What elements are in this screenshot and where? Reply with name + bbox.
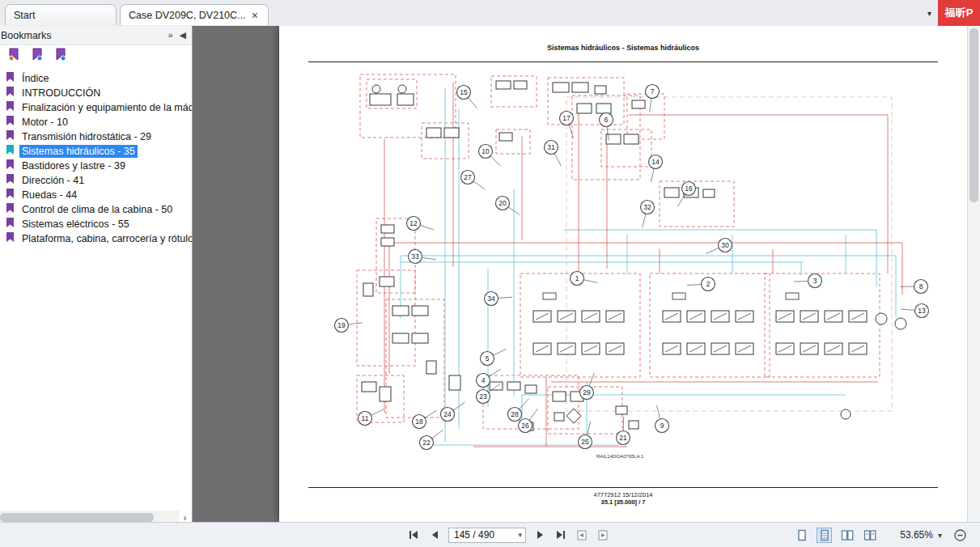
bookmark-settings-icon[interactable]: [54, 48, 67, 65]
continuous-view-icon[interactable]: [817, 528, 832, 543]
schematic-callout-number: 28: [511, 410, 519, 418]
expand-bookmarks-icon[interactable]: [31, 48, 44, 65]
schematic-callout-number: 33: [411, 252, 419, 261]
section-page-number: 35.1 [35.000] / 7: [279, 498, 967, 506]
schematic-callout-number: 15: [460, 88, 468, 96]
footer-rule: [308, 487, 938, 488]
figure-reference: RAIL14DOA0765LA 1: [596, 454, 643, 459]
facing-view-icon[interactable]: [839, 528, 855, 543]
pdf-page: Sistemas hidráulicos - Sistemas hidráuli…: [279, 26, 967, 523]
vertical-scrollbar[interactable]: [967, 26, 980, 523]
bookmark-flag-icon: [6, 218, 15, 231]
bookmark-item[interactable]: Ruedas - 44: [0, 188, 192, 202]
bookmark-flag-icon: [6, 174, 15, 187]
foxit-brand-text: 福昕P: [945, 6, 974, 20]
bookmark-label: Dirección - 41: [19, 174, 87, 187]
bookmark-item[interactable]: Sistemas eléctricos - 55: [0, 217, 192, 231]
bookmarks-toolbar: [0, 45, 192, 67]
schematic-callout-number: 8: [919, 282, 923, 290]
previous-view-button[interactable]: [575, 527, 589, 543]
bookmark-item[interactable]: Dirección - 41: [0, 173, 192, 188]
bookmark-label: Control de clima de la cabina - 50: [19, 203, 175, 216]
tab-document-label: Case DV209C, DV210C...: [129, 10, 246, 21]
tab-start-label: Start: [14, 10, 35, 21]
schematic-callout-number: 34: [487, 295, 495, 303]
scrollbar-thumb[interactable]: [0, 513, 154, 522]
tab-start[interactable]: Start: [5, 4, 117, 25]
bookmarks-panel-title: Bookmarks: [0, 30, 52, 41]
bookmark-item[interactable]: Motor - 10: [0, 115, 192, 129]
close-tab-icon[interactable]: ×: [250, 10, 260, 21]
bookmark-flag-icon: [6, 232, 15, 245]
schematic-callout-number: 21: [619, 434, 627, 442]
schematic-callout-number: 10: [482, 147, 490, 155]
first-page-button[interactable]: [406, 527, 421, 543]
schematic-callout-number: 25: [581, 438, 589, 446]
bookmark-label: Sistemas eléctricos - 55: [19, 218, 132, 231]
document-number: 47772912 15/12/2014: [279, 491, 967, 498]
schematic-callout-number: 19: [337, 321, 346, 329]
next-page-button[interactable]: [532, 527, 547, 543]
zoom-level[interactable]: 53.65%: [900, 529, 933, 541]
bookmarks-list: ÍndiceINTRODUCCIÓNFinalización y equipam…: [0, 71, 192, 246]
bookmark-item[interactable]: Sistemas hidráulicos - 35: [0, 144, 192, 159]
bookmark-label: Ruedas - 44: [19, 189, 79, 201]
schematic-callout-number: 24: [443, 410, 452, 418]
schematic-callout-number: 26: [521, 422, 529, 430]
bookmark-flag-icon: [6, 145, 15, 158]
bookmark-label: INTRODUCCIÓN: [19, 87, 103, 100]
tab-bar: Start Case DV209C, DV210C... × ▾ 福昕P: [0, 0, 980, 27]
page-layout-modes: [794, 528, 877, 543]
schematic-callout-number: 1: [575, 274, 579, 282]
zoom-out-icon[interactable]: [953, 528, 967, 542]
bookmark-label: Plataforma, cabina, carrocería y rótulos: [19, 232, 192, 245]
collapse-panel-icon[interactable]: ◀: [180, 30, 186, 40]
bookmark-item[interactable]: INTRODUCCIÓN: [0, 86, 192, 100]
next-view-button[interactable]: [596, 527, 610, 543]
bookmark-item[interactable]: Plataforma, cabina, carrocería y rótulos: [0, 231, 192, 246]
bookmark-item[interactable]: Índice: [0, 71, 192, 86]
schematic-callout-number: 3: [813, 277, 817, 285]
page-navigation: ▾: [406, 523, 610, 547]
page-number-input-box: ▾: [448, 528, 526, 543]
tab-list-dropdown-icon[interactable]: ▾: [927, 9, 931, 18]
bookmark-item[interactable]: Transmisión hidrostática - 29: [0, 129, 192, 144]
schematic-callout-number: 17: [562, 114, 571, 122]
expand-panel-icon[interactable]: »: [168, 30, 172, 40]
schematic-callout-number: 30: [721, 241, 729, 249]
previous-page-button[interactable]: [427, 527, 442, 543]
view-controls: 53.65% ▾: [794, 523, 967, 547]
foxit-reader-window: Start Case DV209C, DV210C... × ▾ 福昕P Boo…: [0, 0, 980, 547]
bookmark-label: Motor - 10: [19, 116, 70, 129]
bookmark-label: Finalización y equipamiento de la máqu: [19, 101, 192, 114]
tab-document[interactable]: Case DV209C, DV210C... ×: [120, 4, 269, 25]
schematic-callout-number: 7: [651, 87, 655, 95]
bookmark-label: Bastidores y lastre - 39: [19, 159, 128, 172]
bookmarks-horizontal-scrollbar[interactable]: [0, 511, 179, 523]
document-area: Sistemas hidráulicos - Sistemas hidráuli…: [193, 26, 980, 523]
bookmark-item[interactable]: Control de clima de la cabina - 50: [0, 202, 192, 217]
new-bookmark-icon[interactable]: [7, 48, 20, 65]
page-number-input[interactable]: [449, 529, 507, 541]
last-page-button[interactable]: [554, 527, 568, 543]
schematic-callout-number: 16: [685, 184, 693, 193]
schematic-callout-number: 9: [660, 422, 664, 430]
continuous-facing-view-icon[interactable]: [862, 528, 877, 543]
single-page-view-icon[interactable]: [794, 528, 809, 543]
bookmark-flag-icon: [6, 130, 15, 143]
hydraulic-schematic: 1234567891011121314151617181920212223242…: [279, 26, 967, 523]
schematic-callout-number: 2: [706, 280, 711, 288]
schematic-callout-number: 18: [415, 418, 423, 426]
bookmark-flag-icon: [6, 189, 15, 201]
bookmark-item[interactable]: Finalización y equipamiento de la máqu: [0, 100, 192, 115]
schematic-callout-number: 20: [498, 199, 507, 207]
bookmark-label: Sistemas hidráulicos - 35: [19, 145, 138, 158]
bookmark-item[interactable]: Bastidores y lastre - 39: [0, 159, 192, 173]
zoom-dropdown-icon[interactable]: ▾: [938, 531, 942, 540]
page-dropdown-icon[interactable]: ▾: [518, 531, 525, 539]
vertical-scrollbar-thumb[interactable]: [969, 28, 978, 202]
bookmark-flag-icon: [6, 116, 15, 129]
status-bar: ▾: [0, 522, 980, 547]
foxit-brand-logo[interactable]: 福昕P: [938, 0, 980, 26]
schematic-callout-number: 31: [547, 143, 555, 151]
